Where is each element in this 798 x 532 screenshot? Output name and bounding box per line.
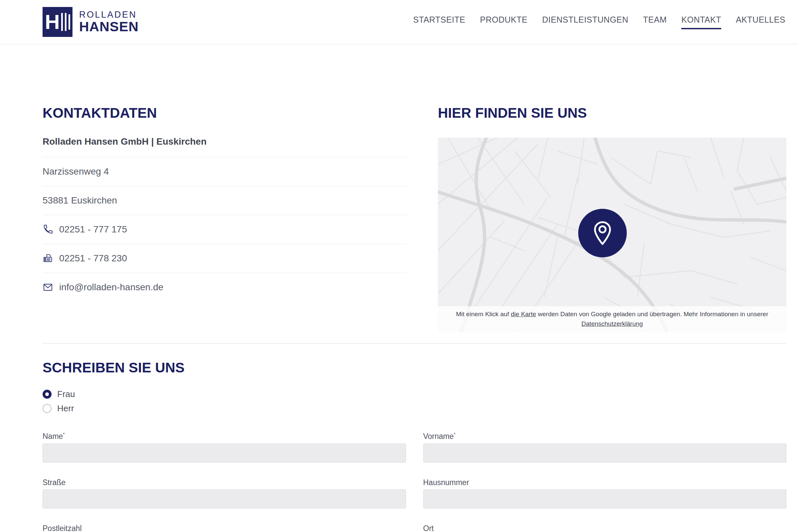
nav-item-produkte[interactable]: PRODUKTE: [480, 15, 527, 29]
email-icon: [42, 282, 53, 292]
field-label: Name*: [42, 432, 65, 441]
contact-section: KONTAKTDATEN Rolladen Hansen GmbH | Eusk…: [42, 44, 786, 332]
nav-item-dienstleistungen[interactable]: DIENSTLEISTUNGEN: [542, 15, 628, 29]
map-consent-notice: Mit einem Klick auf die Karte werden Dat…: [438, 306, 786, 332]
field-label: Vorname*: [423, 432, 456, 441]
address-street: Narzissenweg 4: [42, 166, 109, 177]
main-nav: STARTSEITE PRODUKTE DIENSTLEISTUNGEN TEA…: [413, 15, 785, 29]
field-label: Hausnummer: [423, 478, 469, 487]
load-map-link[interactable]: die Karte: [511, 310, 536, 318]
logo-mark-icon: H: [42, 7, 73, 37]
field-vorname: Vorname*: [423, 432, 787, 462]
salutation-option-herr[interactable]: Herr: [42, 403, 74, 414]
contact-form-section: SCHREIBEN SIE UNS Frau Herr Name* Vornam…: [42, 344, 786, 532]
contact-list: Narzissenweg 4 53881 Euskirchen 02251 - …: [42, 157, 407, 302]
notice-text-2: werden Daten von Google geladen und über…: [536, 310, 768, 318]
phone-link[interactable]: 02251 - 777 175: [59, 224, 127, 235]
field-label: Postleitzahl: [42, 524, 82, 532]
email-link[interactable]: info@rolladen-hansen.de: [59, 282, 163, 292]
logo[interactable]: H ROLLADEN HANSEN: [42, 7, 139, 37]
fax-icon: [42, 253, 53, 264]
logo-letter: H: [45, 13, 59, 31]
salutation-option-frau[interactable]: Frau: [42, 389, 75, 399]
nav-item-aktuelles[interactable]: AKTUELLES: [736, 15, 785, 29]
required-asterisk: *: [63, 432, 64, 437]
logo-wordmark: ROLLADEN HANSEN: [79, 10, 139, 34]
map-title: HIER FINDEN SIE UNS: [438, 105, 786, 121]
field-strasse: Straße: [42, 478, 406, 509]
logo-bar: [65, 13, 66, 31]
field-ort: Ort: [423, 524, 787, 532]
salutation-radio[interactable]: [42, 404, 52, 413]
fax-row: 02251 - 778 230: [42, 244, 407, 273]
salutation-label: Frau: [57, 389, 75, 399]
nav-item-startseite[interactable]: STARTSEITE: [413, 15, 466, 29]
field-name: Name*: [42, 432, 406, 462]
logo-bar: [69, 14, 70, 30]
salutation-group: Frau Herr: [42, 389, 786, 414]
map-placeholder[interactable]: Mit einem Klick auf die Karte werden Dat…: [438, 138, 786, 332]
brand-line-2: HANSEN: [79, 20, 139, 34]
vorname-input[interactable]: [423, 443, 787, 462]
email-row: info@rolladen-hansen.de: [42, 273, 407, 302]
fax-link[interactable]: 02251 - 778 230: [59, 253, 127, 264]
salutation-label: Herr: [57, 403, 74, 414]
nav-item-team[interactable]: TEAM: [643, 15, 667, 29]
map-pin-icon: [578, 209, 627, 258]
form-grid: Name* Vorname* Straße Hausnummer Postlei…: [42, 432, 786, 532]
nav-item-kontakt[interactable]: KONTAKT: [681, 15, 721, 29]
field-postleitzahl: Postleitzahl: [42, 524, 406, 532]
field-label: Straße: [42, 478, 65, 487]
privacy-policy-link[interactable]: Datenschutzerklärung: [582, 319, 643, 329]
header: H ROLLADEN HANSEN STARTSEITE PRODUKTE DI…: [0, 0, 798, 44]
company-name: Rolladen Hansen GmbH | Euskirchen: [42, 136, 407, 157]
field-label: Ort: [423, 524, 434, 532]
field-hausnummer: Hausnummer: [423, 478, 787, 509]
address-city: 53881 Euskirchen: [42, 195, 117, 206]
logo-bar: [61, 13, 63, 31]
address-street-row: Narzissenweg 4: [42, 157, 407, 186]
required-asterisk: *: [454, 432, 456, 437]
phone-icon: [42, 224, 53, 235]
notice-text-1: Mit einem Klick auf: [456, 310, 511, 318]
address-city-row: 53881 Euskirchen: [42, 186, 407, 215]
brand-line-1: ROLLADEN: [79, 10, 139, 19]
contact-title: KONTAKTDATEN: [42, 105, 407, 121]
salutation-radio[interactable]: [42, 390, 52, 399]
phone-row: 02251 - 777 175: [42, 215, 407, 244]
form-title: SCHREIBEN SIE UNS: [42, 360, 786, 376]
hausnummer-input[interactable]: [423, 490, 787, 508]
name-input[interactable]: [42, 443, 406, 462]
strasse-input[interactable]: [42, 490, 406, 508]
